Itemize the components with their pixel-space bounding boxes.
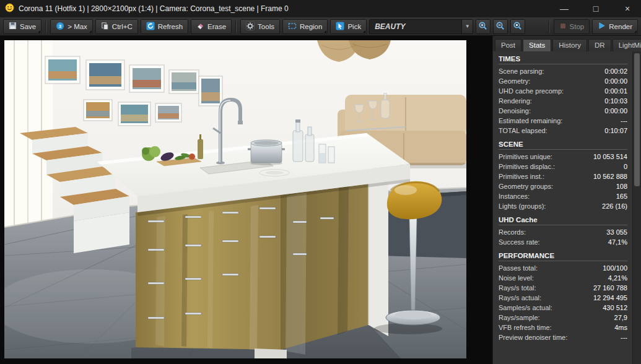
- zoom-out-button[interactable]: [493, 19, 508, 34]
- erase-button[interactable]: Erase: [191, 19, 232, 34]
- stat-label: Denoising:: [499, 106, 531, 116]
- stat-label: Geometry groups:: [499, 181, 553, 191]
- eraser-icon: [196, 22, 204, 31]
- main-content: Post Stats History DR LightMix TIMESScen…: [0, 36, 641, 364]
- stat-value: 12 294 495: [593, 293, 627, 303]
- stat-label: Geometry:: [499, 76, 530, 86]
- circular-arrow-icon: [146, 22, 155, 32]
- send-to-max-button[interactable]: 3 > Max: [50, 19, 93, 34]
- render-button[interactable]: Render: [592, 19, 638, 34]
- stat-label: Primitives unique:: [499, 152, 552, 162]
- stat-value: 27 160 788: [593, 283, 627, 293]
- stat-value: 10 053 514: [593, 152, 627, 162]
- stats-scrollbar[interactable]: [632, 51, 641, 364]
- corona-vfb-window: Corona 11 (Hotfix 1) | 2800×2100px (1:4)…: [0, 0, 641, 364]
- stat-row: Rendering:0:10:03: [499, 96, 627, 106]
- save-button[interactable]: Save: [3, 19, 41, 34]
- stat-label: Instances:: [499, 191, 530, 201]
- minimize-button[interactable]: —: [551, 0, 578, 17]
- 3dsmax-logo-icon: 3: [56, 22, 64, 32]
- copy-button[interactable]: Ctrl+C: [95, 19, 138, 34]
- stat-value: 0:00:00: [604, 76, 627, 86]
- stat-value: 226 (16): [602, 201, 627, 211]
- copy-pages-icon: [101, 22, 109, 31]
- side-panel: Post Stats History DR LightMix TIMESScen…: [492, 36, 641, 364]
- pick-button[interactable]: Pick: [330, 19, 367, 34]
- stat-value: 0: [624, 162, 627, 171]
- stat-label: Preview denoiser time:: [499, 332, 567, 342]
- stat-value: 33 055: [606, 227, 627, 237]
- stat-row: Primitives displac.:0: [499, 162, 627, 171]
- stop-square-icon: [559, 22, 567, 31]
- stat-value: 10 562 888: [593, 171, 627, 181]
- stat-label: Primitives displac.:: [499, 162, 555, 171]
- panel-tabs: Post Stats History DR LightMix: [493, 36, 641, 51]
- maximize-button[interactable]: □: [582, 0, 609, 17]
- svg-text:3: 3: [59, 24, 62, 29]
- stat-value: 100/100: [603, 263, 627, 273]
- stat-label: Scene parsing:: [499, 66, 544, 76]
- kitchen-island: [97, 133, 410, 358]
- rendered-image: [4, 40, 466, 358]
- stat-label: Passes total:: [499, 263, 538, 273]
- stat-row: Samples/s actual:430 512: [499, 303, 627, 313]
- stats-section-header: TIMES: [499, 55, 627, 64]
- tools-button[interactable]: Tools: [240, 19, 280, 34]
- stat-row: Instances:165: [499, 191, 627, 201]
- titlebar: Corona 11 (Hotfix 1) | 2800×2100px (1:4)…: [0, 0, 641, 17]
- stat-row: Lights (groups):226 (16): [499, 201, 627, 211]
- chevron-down-icon[interactable]: ▼: [461, 20, 473, 33]
- magnifier-reset-icon: [513, 21, 523, 32]
- tab-stats[interactable]: Stats: [523, 39, 551, 51]
- stat-row: Primitives inst.:10 562 888: [499, 171, 627, 181]
- stat-row: VFB refresh time:4ms: [499, 323, 627, 332]
- stat-row: Success rate:47,1%: [499, 237, 627, 247]
- floppy-disk-icon: [9, 22, 17, 31]
- stat-value: 47,1%: [608, 237, 627, 247]
- stat-label: Rays/sample:: [499, 313, 540, 323]
- magnifier-minus-icon: [495, 21, 505, 32]
- tab-post[interactable]: Post: [495, 39, 521, 51]
- toolbar: Save 3 > Max Ctrl+C Refresh Erase: [0, 17, 641, 36]
- stat-label: Success rate:: [499, 237, 540, 247]
- refresh-button[interactable]: Refresh: [141, 19, 188, 34]
- stat-row: Primitives unique:10 053 514: [499, 152, 627, 162]
- stat-value: 0:00:00: [604, 106, 627, 116]
- stat-label: Lights (groups):: [499, 201, 546, 211]
- stat-label: Rays/s actual:: [499, 293, 541, 303]
- magnifier-plus-icon: [478, 21, 488, 32]
- zoom-in-button[interactable]: [476, 19, 491, 34]
- tab-dr[interactable]: DR: [588, 39, 611, 51]
- window-title: Corona 11 (Hotfix 1) | 2800×2100px (1:4)…: [19, 4, 546, 13]
- stat-label: Noise level:: [499, 273, 534, 283]
- stop-button[interactable]: Stop: [554, 19, 590, 34]
- stat-value: 0:00:01: [604, 86, 627, 96]
- tab-history[interactable]: History: [552, 39, 587, 51]
- stat-row: Denoising:0:00:00: [499, 106, 627, 116]
- stat-row: Rays/s total:27 160 788: [499, 283, 627, 293]
- tab-lightmix[interactable]: LightMix: [613, 39, 641, 51]
- stat-row: Rays/sample:27,9: [499, 313, 627, 323]
- stat-value: 0:10:07: [604, 126, 627, 136]
- stat-value: 430 512: [603, 303, 627, 313]
- stat-value: 108: [616, 181, 627, 191]
- stat-row: Rays/s actual:12 294 495: [499, 293, 627, 303]
- gear-icon: [246, 22, 255, 32]
- toolbar-separator: [549, 20, 550, 33]
- region-button[interactable]: Region: [282, 19, 328, 34]
- zoom-reset-button[interactable]: [510, 19, 525, 34]
- app-smiley-icon: [5, 3, 14, 14]
- render-viewport[interactable]: [0, 36, 492, 364]
- stats-section-header: SCENE: [499, 141, 627, 150]
- scrollbar-thumb[interactable]: [634, 53, 640, 186]
- stat-label: Records:: [499, 227, 526, 237]
- stat-label: TOTAL elapsed:: [499, 126, 547, 136]
- stats-content: TIMESScene parsing:0:00:02Geometry:0:00:…: [493, 51, 641, 364]
- stat-label: Estimated remaining:: [499, 116, 562, 126]
- close-button[interactable]: ×: [614, 0, 641, 17]
- stat-row: Noise level:4,21%: [499, 273, 627, 283]
- toolbar-separator: [45, 20, 46, 33]
- stat-label: UHD cache precomp:: [499, 86, 564, 96]
- render-channel-select[interactable]: BEAUTY ▼: [369, 19, 473, 34]
- stat-label: VFB refresh time:: [499, 323, 552, 332]
